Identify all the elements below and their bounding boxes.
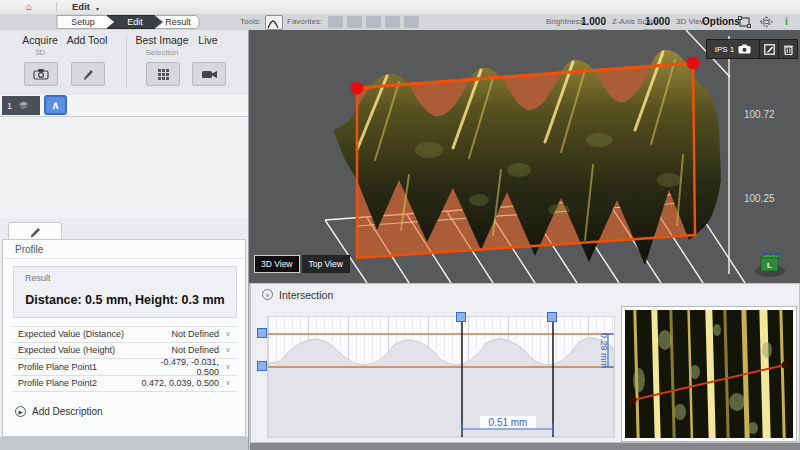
row-value: -0.479, -0.031, 0.500 — [136, 357, 219, 377]
fit-frame-icon[interactable] — [738, 16, 751, 28]
profile-curve-icon — [266, 19, 280, 30]
info-icon[interactable]: i — [785, 14, 788, 30]
profile-tool-selected-button[interactable]: ∧ — [44, 95, 67, 115]
left-panel: Acquire 3D Add Tool Best Image Selection — [0, 30, 248, 437]
tools-label: Tools: — [240, 14, 261, 30]
favorite-slot[interactable] — [385, 16, 400, 28]
result-label: Result — [25, 273, 51, 283]
profile-property-rows: Expected Value (Distance) Not Defined ∨ … — [13, 326, 237, 392]
add-tool-title: Add Tool — [57, 34, 117, 46]
menu-bar: ⌂ Edit ▾ — [0, 0, 800, 15]
measurement-endpoint-1[interactable] — [351, 82, 364, 95]
tab-edit-label: Edit — [127, 17, 143, 27]
edit-annotation-button[interactable] — [760, 40, 778, 58]
row-label: Profile Plane Point1 — [13, 362, 136, 372]
property-row-plane-point1[interactable]: Profile Plane Point1 -0.479, -0.031, 0.5… — [13, 359, 237, 376]
view-mode-buttons: 3D View Top View — [254, 255, 350, 273]
endpoint-dot — [630, 397, 637, 404]
navigation-cube[interactable]: L — [755, 254, 785, 278]
toolbar: Setup Edit Result Tools: Favorites: Brig… — [0, 14, 800, 31]
ribbon-separator — [126, 36, 127, 88]
z-axis-label-top: 100.72 — [744, 109, 775, 120]
nav-cube-face-label: L — [767, 261, 772, 270]
edit-menu[interactable]: Edit — [72, 0, 90, 14]
trash-icon — [784, 44, 793, 55]
application-window: ⌂ Edit ▾ Setup Edit Result Tools: Favori… — [0, 0, 800, 450]
best-image-subtitle: Selection — [130, 48, 194, 57]
profile-caret-icon: ∧ — [51, 99, 59, 112]
result-box: Result Distance: 0.5 mm, Height: 0.3 mm — [13, 266, 237, 318]
ips-label: IPS 1 — [715, 45, 735, 54]
brightness-field[interactable]: 1.000 — [578, 15, 606, 30]
pencil-icon — [28, 226, 42, 238]
ips-capture-button[interactable]: IPS 1 — [707, 40, 759, 58]
favorite-slot[interactable] — [347, 16, 362, 28]
grid-icon — [157, 68, 170, 81]
menu-divider — [56, 2, 57, 12]
add-description-label: Add Description — [32, 406, 103, 417]
profile-waveform — [268, 338, 614, 437]
chevron-down-icon[interactable]: ∨ — [219, 330, 237, 338]
chevron-down-circle-icon: ∨ — [262, 289, 273, 300]
tool-list-empty-area — [0, 117, 248, 218]
top-view-button[interactable]: Top View — [302, 255, 350, 273]
workflow-tabs: Setup Edit Result — [55, 14, 203, 30]
acquire-3d-button[interactable] — [24, 62, 58, 86]
chevron-down-icon[interactable]: ∨ — [219, 346, 237, 354]
property-row-plane-point2[interactable]: Profile Plane Point2 0.472, 0.039, 0.500… — [13, 376, 237, 393]
expand-arrow-icon: ▶ — [15, 406, 26, 417]
acquire-ribbon: Acquire 3D Add Tool Best Image Selection — [0, 30, 248, 96]
camera-top-view-image[interactable] — [621, 306, 797, 442]
measurement-endpoint-2[interactable] — [687, 57, 700, 70]
3d-viewport[interactable]: 100.72 100.25 L IPS 1 — [249, 30, 800, 283]
collapse-panel-button[interactable]: ∨ — [262, 289, 273, 300]
lower-line-handle[interactable] — [257, 361, 267, 371]
z-axis-scale-field[interactable]: 1.000 — [644, 15, 670, 30]
profile-panel-title: Profile — [15, 244, 43, 255]
live-button[interactable] — [192, 62, 226, 86]
right-cursor-handle[interactable] — [547, 312, 557, 322]
favorite-slot[interactable] — [366, 16, 381, 28]
bottom-status-strip — [250, 443, 800, 450]
z-axis-label-bottom: 100.25 — [744, 193, 775, 204]
edit-square-icon — [764, 44, 775, 55]
item-number: 1 — [7, 101, 12, 111]
layers-icon — [17, 100, 30, 111]
best-image-selection-button[interactable] — [146, 62, 180, 86]
add-description-button[interactable]: ▶ Add Description — [15, 406, 103, 417]
delete-button[interactable] — [779, 40, 797, 58]
profile-panel: Profile Result Distance: 0.5 mm, Height:… — [2, 239, 246, 437]
camera-icon — [738, 44, 751, 54]
tab-result-label: Result — [165, 17, 191, 27]
home-icon[interactable]: ⌂ — [26, 0, 32, 14]
row-label: Profile Plane Point2 — [13, 378, 136, 388]
row-value: Not Defined — [136, 329, 219, 339]
favorite-slot[interactable] — [404, 16, 419, 28]
3d-view-button[interactable]: 3D View — [254, 255, 300, 273]
row-value: Not Defined — [136, 345, 219, 355]
property-row-expected-distance[interactable]: Expected Value (Distance) Not Defined ∨ — [13, 326, 237, 343]
favorite-slot[interactable] — [328, 16, 343, 28]
row-label: Expected Value (Distance) — [13, 329, 136, 339]
chevron-down-icon[interactable]: ∨ — [219, 363, 237, 371]
upper-line-handle[interactable] — [257, 328, 267, 338]
row-value: 0.472, 0.039, 0.500 — [136, 378, 219, 388]
height-dimension-label: 0.29 mm — [599, 333, 609, 368]
intersection-chart[interactable]: 0.51 mm 0.29 mm — [267, 316, 615, 438]
measurement-item-1[interactable]: 1 — [2, 96, 40, 115]
3d-scene: 100.72 100.25 L — [249, 30, 800, 283]
rotate-3d-icon[interactable] — [759, 16, 773, 28]
viewport-button-group: IPS 1 — [706, 39, 798, 59]
chevron-down-icon[interactable]: ∨ — [219, 379, 237, 387]
intersection-title: Intersection — [279, 289, 333, 301]
add-tool-button[interactable] — [71, 62, 105, 86]
profile-edit-tab[interactable] — [8, 222, 62, 240]
chart-graphics: 0.51 mm 0.29 mm — [268, 317, 614, 437]
tab-setup-label: Setup — [71, 17, 95, 27]
result-value: Distance: 0.5 mm, Height: 0.3 mm — [14, 293, 236, 307]
intersection-panel: ∨ Intersection 0.51 mm — [250, 283, 800, 443]
3d-view-options-button[interactable]: Options — [702, 15, 740, 29]
video-camera-icon — [201, 69, 218, 80]
profile-tool-button[interactable] — [265, 15, 283, 30]
left-cursor-handle[interactable] — [456, 312, 466, 322]
